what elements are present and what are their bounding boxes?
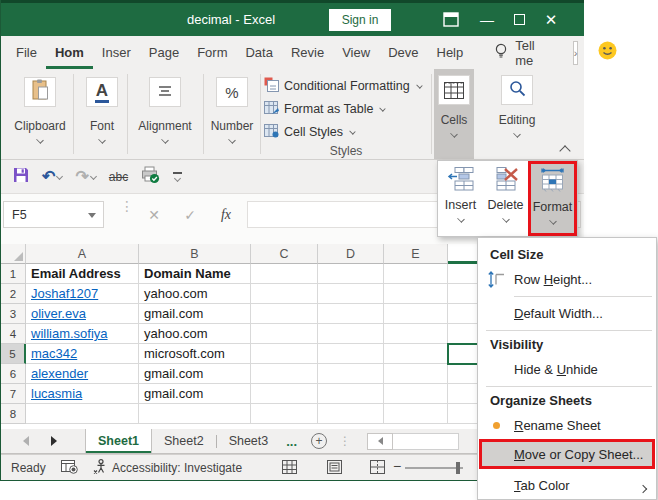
tab-help[interactable]: Help bbox=[428, 36, 473, 69]
chevron-down-icon[interactable] bbox=[90, 173, 97, 180]
macro-record-button[interactable] bbox=[61, 460, 78, 478]
tab-home[interactable]: Hom bbox=[46, 36, 93, 69]
grid-cell-a7[interactable]: lucasmia bbox=[26, 384, 139, 404]
customize-qat-button[interactable] bbox=[173, 172, 182, 181]
grid-cell[interactable] bbox=[318, 284, 384, 304]
row-header-4[interactable]: 4 bbox=[1, 324, 26, 344]
menu-item-row-height[interactable]: Row Height... bbox=[478, 268, 656, 290]
find-select-button[interactable] bbox=[501, 75, 533, 105]
font-button[interactable]: A bbox=[86, 77, 118, 107]
grid-cell-a6[interactable]: alexender bbox=[26, 364, 139, 384]
grid-cell[interactable] bbox=[251, 364, 318, 384]
grid-cell-b5[interactable]: microsoft.com bbox=[139, 344, 251, 364]
grid-cell-b7[interactable]: gmail.com bbox=[139, 384, 251, 404]
grid-cell[interactable] bbox=[251, 324, 318, 344]
column-header-b[interactable]: B bbox=[139, 244, 251, 264]
grid-cell[interactable] bbox=[384, 304, 448, 324]
alignment-button[interactable] bbox=[149, 77, 181, 107]
grid-cell[interactable] bbox=[251, 264, 318, 284]
strikethrough-button[interactable]: abc bbox=[109, 170, 128, 184]
grid-cell-b3[interactable]: gmail.com bbox=[139, 304, 251, 324]
chevron-down-icon[interactable] bbox=[98, 136, 106, 144]
column-header-e[interactable]: E bbox=[384, 244, 448, 264]
enter-entry-button[interactable]: ✓ bbox=[175, 201, 205, 228]
grid-cell-a4[interactable]: william.sofiya bbox=[26, 324, 139, 344]
insert-function-button[interactable]: fx bbox=[211, 201, 241, 228]
hscroll-track[interactable] bbox=[393, 433, 459, 450]
zoom-out-button[interactable]: − bbox=[393, 458, 401, 474]
column-header-d[interactable]: D bbox=[318, 244, 384, 264]
grid-cell-b1[interactable]: Domain Name bbox=[139, 264, 251, 284]
column-header-c[interactable]: C bbox=[251, 244, 318, 264]
cells-group-button[interactable]: Cells bbox=[434, 69, 474, 159]
grid-cell[interactable] bbox=[384, 284, 448, 304]
row-header-6[interactable]: 6 bbox=[1, 364, 26, 384]
sheet-tab-sheet1[interactable]: Sheet1 bbox=[85, 429, 152, 453]
grid-cell-a2[interactable]: Joshaf1207 bbox=[26, 284, 139, 304]
grid-cell[interactable] bbox=[251, 304, 318, 324]
menu-item-move-or-copy-sheet-highlighted[interactable]: Move or Copy Sheet... bbox=[479, 439, 655, 469]
grid-cell[interactable] bbox=[318, 344, 384, 364]
save-button[interactable] bbox=[13, 167, 29, 187]
delete-cells-button[interactable]: Delete bbox=[483, 161, 528, 236]
grid-cell-a5[interactable]: mac342 bbox=[26, 344, 139, 364]
grid-cell[interactable] bbox=[318, 404, 384, 424]
alignment-group[interactable]: Alignment bbox=[129, 69, 201, 159]
grid-cell-a8[interactable] bbox=[26, 404, 139, 424]
row-header-3[interactable]: 3 bbox=[1, 304, 26, 324]
tab-developer[interactable]: Deve bbox=[379, 36, 427, 69]
sheet-tab-sheet3[interactable]: Sheet3 bbox=[217, 429, 281, 453]
grid-cell-b8[interactable] bbox=[139, 404, 251, 424]
row-header-5-selected[interactable]: 5 bbox=[1, 344, 26, 364]
chevron-down-icon[interactable] bbox=[56, 173, 63, 180]
select-all-corner[interactable] bbox=[1, 244, 26, 264]
grid-cell-b6[interactable]: gmail.com bbox=[139, 364, 251, 384]
grid-cell-a1[interactable]: Email Address bbox=[26, 264, 139, 284]
grid-cell[interactable] bbox=[318, 384, 384, 404]
grid-cell[interactable] bbox=[251, 404, 318, 424]
chevron-down-icon[interactable] bbox=[36, 136, 44, 144]
sign-in-button[interactable]: Sign in bbox=[329, 9, 391, 31]
grid-cell-b2[interactable]: yahoo.com bbox=[139, 284, 251, 304]
tab-page-layout[interactable]: Page bbox=[140, 36, 188, 69]
menu-item-rename-sheet[interactable]: Rename Sheet bbox=[478, 414, 656, 436]
active-cell-f5[interactable] bbox=[447, 343, 481, 365]
grid-cell[interactable] bbox=[384, 384, 448, 404]
tab-view[interactable]: View bbox=[333, 36, 379, 69]
grid-cell[interactable] bbox=[384, 344, 448, 364]
undo-button[interactable]: ↶ bbox=[42, 169, 62, 185]
tab-formulas[interactable]: Form bbox=[188, 36, 236, 69]
font-group[interactable]: A Font bbox=[79, 69, 125, 159]
drag-dots-icon[interactable]: ⋮ bbox=[120, 203, 134, 210]
menu-item-hide-unhide[interactable]: Hide & Unhide bbox=[478, 358, 656, 380]
next-sheet-icon[interactable] bbox=[51, 436, 57, 446]
format-as-table-button[interactable]: Format as Table bbox=[262, 97, 430, 120]
grid-cell-a3[interactable]: oliver.eva bbox=[26, 304, 139, 324]
maximize-button[interactable] bbox=[505, 3, 533, 36]
cancel-entry-button[interactable]: ✕ bbox=[139, 201, 169, 228]
clipboard-group[interactable]: Clipboard bbox=[9, 69, 71, 159]
redo-button[interactable]: ↷ bbox=[75, 169, 95, 185]
view-page-layout-button[interactable] bbox=[327, 460, 342, 478]
zoom-slider-handle[interactable] bbox=[456, 462, 460, 474]
menu-item-default-width[interactable]: VisibilityDefault Width... bbox=[478, 302, 656, 324]
row-header-7[interactable]: 7 bbox=[1, 384, 26, 404]
ribbon-display-options-button[interactable] bbox=[437, 3, 465, 36]
grid-cell[interactable] bbox=[384, 324, 448, 344]
grid-cell[interactable] bbox=[251, 384, 318, 404]
row-header-2[interactable]: 2 bbox=[1, 284, 26, 304]
number-format-button[interactable]: % bbox=[216, 77, 248, 107]
row-header-1[interactable]: 1 bbox=[1, 264, 26, 284]
minimize-button[interactable]: — bbox=[473, 3, 501, 36]
tab-insert[interactable]: Inser bbox=[93, 36, 140, 69]
tell-me-search[interactable]: Tell me bbox=[494, 36, 535, 69]
ribbon-overflow-button[interactable]: › bbox=[573, 41, 579, 65]
tab-data[interactable]: Data bbox=[236, 36, 281, 69]
feedback-smiley-icon[interactable] bbox=[598, 41, 617, 64]
prev-sheet-icon[interactable] bbox=[23, 436, 29, 446]
column-header-a[interactable]: A bbox=[26, 244, 139, 264]
tab-review[interactable]: Revie bbox=[282, 36, 333, 69]
grid-cell[interactable] bbox=[318, 264, 384, 284]
insert-cells-button[interactable]: Insert bbox=[438, 161, 483, 236]
grid-cell[interactable] bbox=[384, 404, 448, 424]
